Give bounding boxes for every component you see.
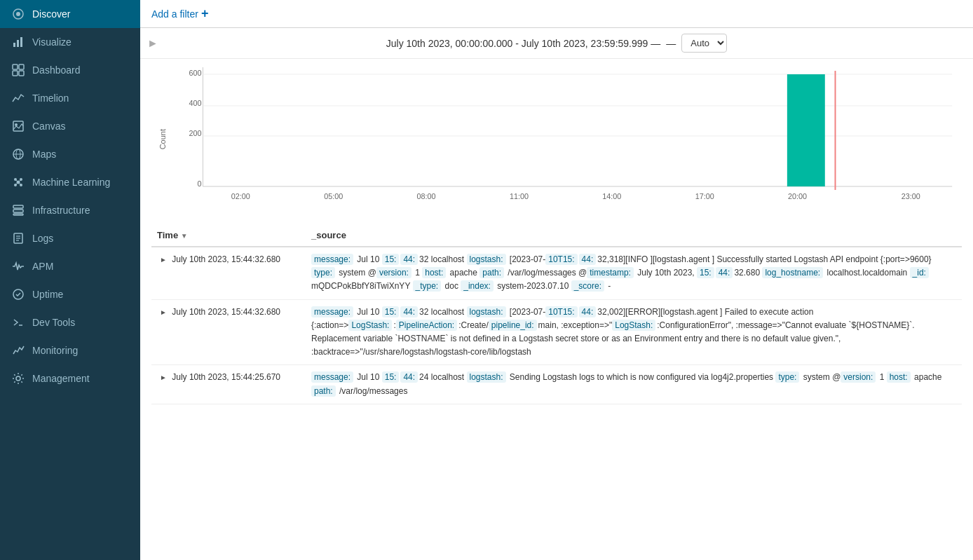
svg-text:23:00: 23:00 xyxy=(901,192,920,200)
sidebar-item-management[interactable]: Management xyxy=(0,364,140,392)
svg-rect-25 xyxy=(13,214,23,215)
sidebar: Discover Visualize Dashboard Timelion Ca… xyxy=(0,0,140,560)
sidebar-item-monitoring[interactable]: Monitoring xyxy=(0,336,140,364)
svg-rect-2 xyxy=(13,43,15,47)
svg-text:02:00: 02:00 xyxy=(231,192,250,200)
svg-rect-23 xyxy=(13,205,23,208)
sidebar-item-infrastructure[interactable]: Infrastructure xyxy=(0,196,140,224)
sidebar-label-logs: Logs xyxy=(32,233,53,244)
chart-svg: 600 400 200 0 02:00 05:00 xyxy=(182,67,959,221)
chart-container: Count 600 400 200 0 xyxy=(154,67,959,221)
table-cell-time-0: ► July 10th 2023, 15:44:32.680 xyxy=(151,247,306,299)
sidebar-label-uptime: Uptime xyxy=(32,289,63,300)
svg-text:17:00: 17:00 xyxy=(695,192,714,200)
table-row: ► July 10th 2023, 15:44:32.680message: J… xyxy=(151,299,962,365)
sidebar-label-timelion: Timelion xyxy=(32,93,69,104)
sidebar-item-uptime[interactable]: Uptime xyxy=(0,280,140,308)
table-row: ► July 10th 2023, 15:44:32.680message: J… xyxy=(151,247,962,299)
sidebar-item-dashboard[interactable]: Dashboard xyxy=(0,56,140,84)
monitoring-icon xyxy=(11,343,25,357)
infrastructure-icon xyxy=(11,203,25,217)
dashboard-icon xyxy=(11,63,25,77)
chart-y-label: Count xyxy=(158,129,167,149)
table-cell-source-1: message: Jul 10 15:44:32 localhost logst… xyxy=(306,299,962,365)
svg-text:0: 0 xyxy=(197,179,201,188)
table-cell-source-2: message: Jul 10 15:44:24 localhost logst… xyxy=(306,365,962,404)
svg-rect-7 xyxy=(13,71,18,76)
apm-icon xyxy=(11,259,25,273)
timelion-icon xyxy=(11,91,25,105)
sidebar-item-visualize[interactable]: Visualize xyxy=(0,28,140,56)
svg-text:20:00: 20:00 xyxy=(788,192,807,200)
expand-button-2[interactable]: ► xyxy=(157,372,170,383)
sidebar-item-discover[interactable]: Discover xyxy=(0,0,140,28)
main-content: Add a filter + ► July 10th 2023, 00:00:0… xyxy=(140,0,973,560)
sidebar-label-monitoring: Monitoring xyxy=(32,345,78,356)
svg-text:400: 400 xyxy=(189,99,201,107)
sidebar-item-maps[interactable]: Maps xyxy=(0,140,140,168)
svg-text:05:00: 05:00 xyxy=(324,192,343,200)
sidebar-label-management: Management xyxy=(32,373,90,384)
visualize-icon xyxy=(11,35,25,49)
svg-rect-5 xyxy=(13,64,18,69)
top-bar: Add a filter + xyxy=(140,0,973,28)
add-filter-plus-icon: + xyxy=(201,6,209,21)
sidebar-label-machine-learning: Machine Learning xyxy=(32,177,110,188)
add-filter-label: Add a filter xyxy=(151,8,198,20)
table-cell-time-2: ► July 10th 2023, 15:44:25.670 xyxy=(151,365,306,404)
time-range-start: July 10th 2023, 00:00:00.000 - July 10th… xyxy=(386,38,661,49)
table-cell-time-1: ► July 10th 2023, 15:44:32.680 xyxy=(151,299,306,365)
time-range-dash2: — xyxy=(666,38,676,49)
expand-button-0[interactable]: ► xyxy=(157,254,170,265)
col-time-header[interactable]: Time ▼ xyxy=(151,224,306,247)
dev-tools-icon xyxy=(11,315,25,329)
sidebar-label-apm: APM xyxy=(32,261,53,272)
svg-rect-4 xyxy=(20,37,22,47)
discover-icon xyxy=(11,7,25,21)
svg-point-32 xyxy=(16,376,20,381)
sidebar-item-timelion[interactable]: Timelion xyxy=(0,84,140,112)
svg-rect-24 xyxy=(13,210,23,212)
data-table-wrap: Time ▼ _source ► July 10th 2023, 15:44:3… xyxy=(140,224,973,560)
svg-rect-9 xyxy=(13,121,23,131)
sidebar-label-visualize: Visualize xyxy=(32,36,72,48)
svg-rect-8 xyxy=(19,71,24,76)
source-header-label: _source xyxy=(311,230,346,240)
sidebar-label-canvas: Canvas xyxy=(32,121,65,132)
chart-area: Count 600 400 200 0 xyxy=(140,59,973,224)
svg-point-1 xyxy=(16,12,20,16)
data-table: Time ▼ _source ► July 10th 2023, 15:44:3… xyxy=(151,224,962,404)
logs-icon xyxy=(11,231,25,245)
add-filter-button[interactable]: Add a filter + xyxy=(151,6,208,21)
collapse-button[interactable]: ► xyxy=(147,37,158,50)
sidebar-label-maps: Maps xyxy=(32,149,56,160)
sidebar-item-machine-learning[interactable]: Machine Learning xyxy=(0,168,140,196)
table-row: ► July 10th 2023, 15:44:25.670message: J… xyxy=(151,365,962,404)
sidebar-item-canvas[interactable]: Canvas xyxy=(0,112,140,140)
sort-icon: ▼ xyxy=(181,232,188,240)
time-header-label: Time xyxy=(157,230,178,240)
sidebar-item-logs[interactable]: Logs xyxy=(0,224,140,252)
canvas-icon xyxy=(11,119,25,133)
col-source-header: _source xyxy=(306,224,962,247)
svg-text:600: 600 xyxy=(189,69,201,77)
svg-text:200: 200 xyxy=(189,129,201,137)
sidebar-label-infrastructure: Infrastructure xyxy=(32,205,90,216)
sidebar-item-apm[interactable]: APM xyxy=(0,252,140,280)
sidebar-label-dev-tools: Dev Tools xyxy=(32,317,75,328)
svg-text:11:00: 11:00 xyxy=(510,192,529,200)
time-range-bar: ► July 10th 2023, 00:00:00.000 - July 10… xyxy=(140,28,973,59)
svg-text:14:00: 14:00 xyxy=(602,192,621,200)
svg-rect-6 xyxy=(19,64,24,69)
svg-rect-3 xyxy=(17,40,19,47)
sidebar-label-discover: Discover xyxy=(32,8,70,20)
auto-interval-select[interactable]: Auto xyxy=(681,34,727,53)
sidebar-label-dashboard: Dashboard xyxy=(32,64,81,76)
maps-icon xyxy=(11,147,25,161)
uptime-icon xyxy=(11,287,25,301)
management-icon xyxy=(11,371,25,385)
svg-rect-42 xyxy=(787,74,825,186)
table-cell-source-0: message: Jul 10 15:44:32 localhost logst… xyxy=(306,247,962,299)
expand-button-1[interactable]: ► xyxy=(157,307,170,317)
sidebar-item-dev-tools[interactable]: Dev Tools xyxy=(0,308,140,336)
